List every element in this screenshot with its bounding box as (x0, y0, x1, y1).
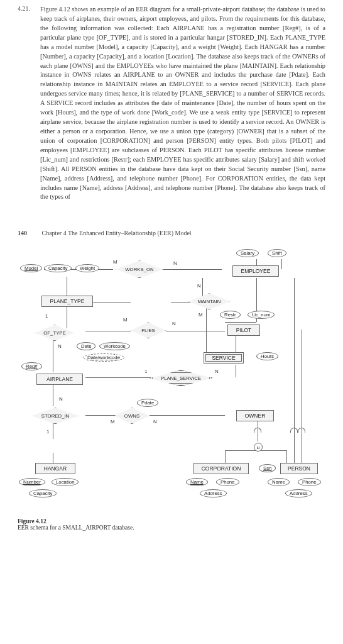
rel-of-type: OF_TYPE (35, 325, 74, 341)
attr-salary: Salary (236, 249, 259, 257)
rel-owns: OWNS (114, 408, 150, 424)
entity-corporation: CORPORATION (193, 463, 249, 474)
attr-number: Number (19, 478, 45, 486)
card-m3: M (111, 419, 115, 425)
rel-flies: FLIES (131, 322, 166, 338)
entity-airplane: AIRPLANE (36, 374, 83, 385)
attr-date: Date (77, 342, 95, 350)
chapter-header: 140 Chapter 4 The Enhanced Entity–Relati… (18, 230, 325, 236)
attr-reg: Reg# (21, 362, 42, 370)
question-text: Figure 4.12 shows an example of an EER d… (40, 5, 325, 202)
rel-maintain: MAINTAIN (188, 293, 230, 309)
entity-employee: EMPLOYEE (232, 265, 279, 277)
attr-date-workcode: Date/workcode (83, 353, 124, 362)
attr-phone-c: Phone (216, 478, 239, 486)
rel-works-on: WORKS_ON (116, 260, 163, 278)
card-n5: N (59, 396, 63, 402)
arc-person-1 (290, 428, 298, 433)
card-n6: N (215, 369, 219, 374)
attr-model: Model (20, 264, 42, 272)
arc-person-2 (298, 428, 305, 433)
card-n3: N (197, 283, 201, 289)
chapter-title: Chapter 4 The Enhanced Entity–Relationsh… (42, 230, 192, 236)
card-m4: M (199, 312, 203, 318)
entity-plane-type: PLANE_TYPE (41, 296, 93, 307)
attr-weight: Weight (75, 264, 99, 272)
attr-capacity-h: Capacity (29, 489, 57, 497)
rel-stored-in: STORED_IN (31, 408, 79, 424)
card-m1: M (113, 259, 117, 265)
figure-caption: Figure 4.12 EER schema for a SMALL_AIRPO… (18, 518, 325, 531)
card-m2: M (123, 317, 128, 323)
rel-plane-service: PLANE_SERVICE (150, 370, 212, 386)
card-one1: 1 (45, 313, 48, 319)
attr-restr: Restr (220, 311, 241, 319)
card-one2: 1 (46, 429, 49, 435)
card-n4: N (58, 343, 62, 349)
entity-hangar: HANGAR (35, 463, 75, 474)
entity-service: SERVICE (204, 352, 244, 364)
arc-owner (254, 428, 261, 433)
attr-name-c: Name (186, 478, 208, 486)
card-n1: N (173, 260, 177, 266)
card-n2: N (172, 321, 176, 326)
attr-address-p: Address (285, 489, 312, 497)
attr-workcode: Workcode (99, 342, 130, 350)
attr-address-c: Address (200, 489, 227, 497)
entity-pilot: PILOT (227, 325, 260, 336)
entity-owner: OWNER (236, 410, 274, 421)
attr-capacity-pt: Capacity (44, 264, 72, 272)
attr-hours: Hours (256, 352, 278, 360)
figure-description: EER schema for a SMALL_AIRPORT database. (18, 525, 134, 531)
entity-person: PERSON (280, 463, 318, 474)
attr-pdate: Pdate (137, 399, 158, 407)
attr-location: Location (52, 478, 79, 486)
attr-ssn: Ssn (259, 464, 276, 472)
card-one3: 1 (144, 369, 147, 374)
question-number: 4.21. (18, 5, 38, 12)
attr-name-p: Name (268, 478, 290, 486)
attr-phone-p: Phone (298, 478, 321, 486)
page-number: 140 (18, 230, 40, 236)
attr-lic-num: Lic_num (248, 311, 275, 319)
eer-diagram: Model Capacity Weight Salary Shift WORKS… (18, 245, 325, 516)
card-n7: N (153, 419, 157, 425)
attr-shift: Shift (268, 249, 286, 257)
figure-number: Figure 4.12 (18, 518, 46, 525)
